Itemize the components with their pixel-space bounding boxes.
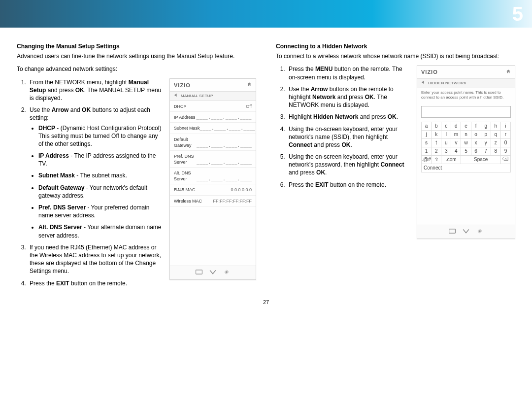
right-step-6: Press the EXIT button on the remote. — [287, 181, 410, 189]
right-step-2: Use the Arrow buttons on the remote to h… — [287, 85, 410, 109]
key-t[interactable]: t — [432, 139, 441, 147]
left-column: Changing the Manual Setup Settings Advan… — [17, 42, 256, 291]
row-rj45: RJ45 MAC0:0:0:0:0:0 — [170, 184, 256, 195]
top-banner: 5 — [0, 0, 532, 28]
left-heading: Changing the Manual Setup Settings — [17, 42, 256, 50]
panel2-gap — [417, 175, 515, 225]
key-p[interactable]: p — [481, 131, 491, 139]
page-number: 27 — [0, 299, 532, 305]
key-connect[interactable]: Connect — [422, 164, 511, 172]
shift-icon: ⇧ — [434, 157, 438, 162]
left-text: From the NETWORK menu, highlight Manual … — [17, 78, 163, 291]
key-f[interactable]: f — [471, 122, 481, 131]
right-step-4: Using the on-screen keyboard, enter your… — [287, 125, 410, 149]
right-heading: Connecting to a Hidden Network — [276, 42, 515, 50]
panel-header: VIZIO — [170, 79, 256, 92]
key-a[interactable]: a — [422, 122, 432, 131]
right-text: Press the MENU button on the remote. The… — [276, 65, 410, 192]
key-x[interactable]: x — [471, 139, 481, 147]
key-j[interactable]: j — [422, 131, 432, 139]
key-e[interactable]: e — [461, 122, 471, 131]
key-v[interactable]: v — [451, 139, 461, 147]
key-q[interactable]: q — [491, 131, 500, 139]
left-bullets: DHCP - (Dynamic Host Configuration Proto… — [30, 124, 163, 240]
key-n[interactable]: n — [461, 131, 471, 139]
row-gateway: Default Gateway____.____.____.____ — [170, 134, 256, 151]
key-7[interactable]: 7 — [481, 147, 491, 156]
key-c[interactable]: c — [441, 122, 451, 131]
left-step-4: Press the EXIT button on the remote. — [28, 279, 163, 287]
key-backspace[interactable] — [500, 156, 510, 164]
key-h[interactable]: h — [491, 122, 500, 131]
key-g[interactable]: g — [481, 122, 491, 131]
left-intro: Advanced users can fine-tune the network… — [17, 52, 256, 60]
key-o[interactable]: o — [471, 131, 481, 139]
key-r[interactable]: r — [500, 131, 510, 139]
key-0[interactable]: 0 — [500, 139, 510, 147]
key-y[interactable]: y — [481, 139, 491, 147]
key-9[interactable]: 9 — [500, 147, 510, 156]
row-pref-dns: Pref. DNS Server____.____.____.____ — [170, 151, 256, 168]
home-icon — [247, 82, 252, 88]
row-ip: IP Address____.____.____.____ — [170, 112, 256, 123]
right-step-5: Using the on-screen keyboard, enter your… — [287, 153, 410, 177]
key-symbols[interactable]: .@# — [422, 156, 432, 164]
right-step-1: Press the MENU button on the remote. The… — [287, 65, 410, 81]
key-1[interactable]: 1 — [422, 147, 432, 156]
brand-label: VIZIO — [174, 82, 191, 89]
panel2-title-row: HIDDEN NETWORK — [417, 79, 515, 88]
right-column: Connecting to a Hidden Network To connec… — [276, 42, 515, 291]
key-z[interactable]: z — [491, 139, 500, 147]
key-6[interactable]: 6 — [471, 147, 481, 156]
page-body: Changing the Manual Setup Settings Advan… — [0, 28, 532, 296]
backspace-icon — [502, 157, 509, 162]
key-l[interactable]: l — [441, 131, 451, 139]
gear-icon — [223, 269, 230, 276]
ssid-input[interactable] — [421, 106, 511, 118]
hidden-network-panel: VIZIO HIDDEN NETWORK Enter your access p… — [417, 65, 515, 239]
panel-spacer — [170, 206, 256, 266]
left-lead: To change advanced network settings: — [17, 65, 256, 73]
manual-setup-panel: VIZIO MANUAL SETUP DHCPOff IP Address___… — [169, 78, 256, 280]
key-3[interactable]: 3 — [441, 147, 451, 156]
key-i[interactable]: i — [500, 122, 510, 131]
key-k[interactable]: k — [432, 131, 441, 139]
row-alt-dns: Alt. DNS Server____.____.____.____ — [170, 168, 256, 184]
left-step-1: From the NETWORK menu, highlight Manual … — [28, 78, 163, 103]
key-u[interactable]: u — [441, 139, 451, 147]
left-step-2: Use the Arrow and OK buttons to adjust e… — [28, 106, 163, 240]
key-8[interactable]: 8 — [491, 147, 500, 156]
row-wireless: Wireless MACFF:FF:FF:FF:FF:FF — [170, 196, 256, 206]
left-steps: From the NETWORK menu, highlight Manual … — [17, 78, 163, 287]
bullet-ip: IP Address - The IP address assigned to … — [38, 152, 163, 168]
chapter-number: 5 — [512, 3, 523, 25]
key-space[interactable]: Space — [461, 156, 500, 164]
key-4[interactable]: 4 — [451, 147, 461, 156]
left-body: From the NETWORK menu, highlight Manual … — [17, 78, 256, 291]
panel2-title: HIDDEN NETWORK — [428, 81, 466, 86]
brand-label-2: VIZIO — [421, 68, 438, 76]
key-shift[interactable]: ⇧ — [432, 156, 441, 164]
bullet-alt-dns: Alt. DNS Server - Your alternate domain … — [38, 223, 163, 239]
svg-rect-2 — [449, 229, 456, 233]
right-step-3: Highlight Hidden Network and press OK. — [287, 113, 410, 121]
key-w[interactable]: w — [461, 139, 471, 147]
key-dotcom[interactable]: .com — [441, 156, 461, 164]
key-m[interactable]: m — [451, 131, 461, 139]
panel-footer — [170, 266, 256, 279]
row-dhcp: DHCPOff — [170, 101, 256, 112]
key-5[interactable]: 5 — [461, 147, 471, 156]
key-2[interactable]: 2 — [432, 147, 441, 156]
back-icon — [174, 93, 178, 99]
key-s[interactable]: s — [422, 139, 432, 147]
widescreen-icon — [196, 269, 202, 276]
back-icon — [421, 80, 425, 86]
right-steps: Press the MENU button on the remote. The… — [276, 65, 410, 188]
panel-title: MANUAL SETUP — [181, 94, 213, 99]
left-step-3: If you need the RJ45 (Ethernet) MAC addr… — [28, 243, 163, 275]
key-b[interactable]: b — [432, 122, 441, 131]
bullet-pref-dns: Pref. DNS Server - Your preferred domain… — [38, 204, 163, 219]
key-d[interactable]: d — [451, 122, 461, 131]
panel2-header: VIZIO — [417, 66, 515, 79]
home-icon — [506, 69, 511, 75]
